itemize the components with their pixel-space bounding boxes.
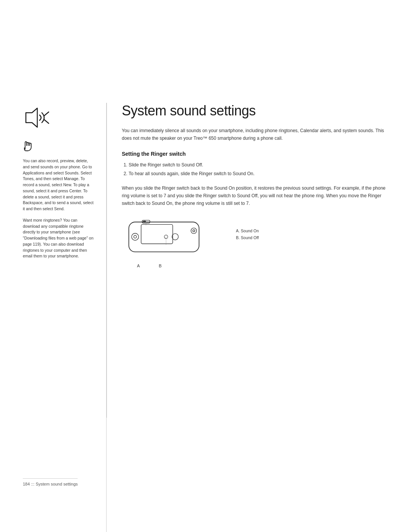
sidebar-divider: [107, 103, 107, 418]
steps-list: Slide the Ringer switch to Sound Off. To…: [122, 161, 388, 178]
footer-divider: [23, 478, 78, 479]
page-title: System sound settings: [122, 103, 388, 119]
step-2: To hear all sounds again, slide the Ring…: [129, 170, 388, 178]
svg-marker-0: [26, 108, 37, 127]
device-diagram: A B A. Sound On B. Sound Off: [122, 216, 388, 262]
step-1: Slide the Ringer switch to Sound Off.: [129, 161, 388, 169]
page-footer: 184 ::: System sound settings: [23, 478, 78, 486]
diagram-ab-labels: A B: [137, 264, 213, 268]
sidebar-text-block: You can also record, preview, delete, an…: [23, 158, 95, 259]
phone-illustration: [122, 216, 213, 260]
svg-point-8: [193, 230, 195, 232]
svg-point-7: [191, 228, 197, 233]
svg-rect-3: [129, 222, 199, 252]
device-image-container: A B: [122, 216, 213, 262]
footer-section: System sound settings: [36, 482, 78, 486]
section-heading: Setting the Ringer switch: [122, 151, 388, 157]
sound-icon: [23, 107, 95, 132]
sidebar-paragraph-1: You can also record, preview, delete, an…: [23, 158, 95, 212]
main-content: System sound settings You can immediatel…: [107, 103, 388, 532]
footer-page-number: 184: [23, 482, 30, 486]
svg-line-2: [44, 120, 49, 123]
svg-point-6: [134, 235, 136, 238]
svg-rect-4: [141, 224, 173, 244]
svg-point-5: [132, 233, 139, 240]
label-a: A: [137, 264, 140, 268]
svg-rect-12: [143, 220, 146, 222]
label-b: B: [159, 264, 161, 268]
content-area: You can also record, preview, delete, an…: [23, 103, 388, 532]
legend-b: B. Sound Off: [236, 234, 259, 241]
page: You can also record, preview, delete, an…: [0, 0, 411, 532]
intro-paragraph: You can immediately silence all sounds o…: [122, 127, 388, 142]
left-sidebar: You can also record, preview, delete, an…: [23, 103, 107, 532]
svg-line-1: [44, 112, 49, 116]
hand-icon: [23, 139, 95, 154]
diagram-legend: A. Sound On B. Sound Off: [236, 227, 259, 242]
body-paragraph: When you slide the Ringer switch back to…: [122, 185, 388, 207]
legend-a: A. Sound On: [236, 227, 259, 235]
footer-separator: :::: [31, 482, 35, 486]
svg-point-10: [164, 235, 168, 238]
sidebar-paragraph-2: Want more ringtones? You can download an…: [23, 217, 95, 259]
